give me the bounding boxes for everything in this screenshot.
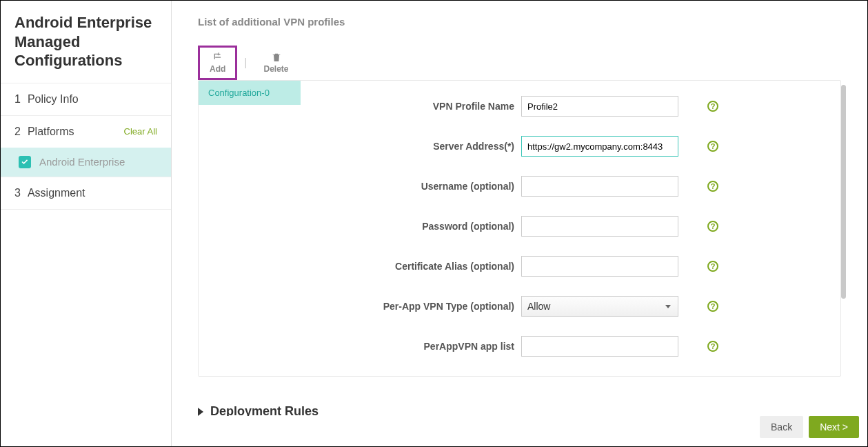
field-label: Per-App VPN Type (optional) [307, 301, 521, 312]
nav-num: 2 [14, 126, 21, 138]
main-panel: List of additional VPN profiles Add | De… [172, 1, 867, 446]
form-row-per-app-vpn-list: PerAppVPN app list ? [307, 326, 834, 366]
nav-label: Policy Info [28, 93, 79, 106]
nav-num: 1 [14, 93, 21, 106]
select-value: Allow [527, 301, 550, 312]
field-label: Server Address(*) [307, 141, 521, 152]
sidebar-title: Android Enterprise Managed Configuration… [1, 1, 171, 83]
cert-alias-input[interactable] [521, 256, 678, 277]
nav-sub-label: Android Enterprise [39, 156, 125, 168]
nav-num: 3 [14, 187, 21, 199]
help-icon[interactable]: ? [707, 341, 718, 352]
field-control: Allow [521, 296, 687, 317]
add-label: Add [210, 64, 225, 74]
per-app-vpn-list-input[interactable] [521, 336, 678, 357]
field-control [521, 176, 687, 197]
nav-item-policy-info[interactable]: 1 Policy Info [1, 83, 171, 115]
form-row-cert-alias: Certificate Alias (optional) ? [307, 246, 834, 286]
help-icon[interactable]: ? [707, 301, 718, 312]
content-area: List of additional VPN profiles Add | De… [172, 1, 867, 416]
nav-sub-android-enterprise[interactable]: Android Enterprise [1, 148, 171, 177]
add-button[interactable]: Add [198, 46, 237, 80]
vpn-profile-name-input[interactable] [521, 96, 678, 117]
form-row-password: Password (optional) ? [307, 206, 834, 246]
field-control [521, 216, 687, 237]
per-app-vpn-type-select[interactable]: Allow [521, 296, 678, 317]
field-control [521, 336, 687, 357]
config-panel: Configuration-0 VPN Profile Name ? Serve… [198, 80, 841, 377]
form-area: VPN Profile Name ? Server Address(*) ? U… [301, 81, 840, 376]
clear-all-link[interactable]: Clear All [124, 126, 157, 137]
deployment-rules-label: Deployment Rules [210, 404, 319, 416]
caret-right-icon [198, 408, 203, 416]
form-row-per-app-vpn-type: Per-App VPN Type (optional) Allow ? [307, 286, 834, 326]
nav-label: Platforms [28, 126, 74, 138]
trash-icon [271, 52, 282, 63]
field-label: Username (optional) [307, 181, 521, 192]
sidebar: Android Enterprise Managed Configuration… [1, 1, 172, 446]
next-button[interactable]: Next > [809, 416, 859, 438]
delete-button[interactable]: Delete [254, 48, 298, 78]
field-label: VPN Profile Name [307, 101, 521, 112]
toolbar: Add | Delete [198, 46, 841, 80]
field-label: Password (optional) [307, 221, 521, 232]
config-item[interactable]: Configuration-0 [199, 81, 301, 105]
deployment-rules-toggle[interactable]: Deployment Rules [198, 404, 841, 416]
help-icon[interactable]: ? [707, 181, 718, 192]
field-label: Certificate Alias (optional) [307, 261, 521, 272]
nav-label: Assignment [28, 187, 85, 199]
content-heading: List of additional VPN profiles [198, 16, 841, 28]
nav-item-platforms[interactable]: 2 Platforms Clear All [1, 115, 171, 148]
server-address-input[interactable] [521, 136, 678, 157]
help-icon[interactable]: ? [707, 101, 718, 112]
field-control [521, 136, 687, 157]
form-row-username: Username (optional) ? [307, 166, 834, 206]
help-icon[interactable]: ? [707, 261, 718, 272]
add-icon [212, 52, 223, 63]
checkbox-checked-icon [19, 156, 31, 168]
help-icon[interactable]: ? [707, 221, 718, 232]
chevron-down-icon [665, 305, 671, 308]
nav-item-assignment[interactable]: 3 Assignment [1, 177, 171, 210]
field-control [521, 96, 687, 117]
username-input[interactable] [521, 176, 678, 197]
field-label: PerAppVPN app list [307, 341, 521, 352]
back-button[interactable]: Back [760, 416, 803, 438]
field-control [521, 256, 687, 277]
delete-label: Delete [263, 64, 288, 74]
password-input[interactable] [521, 216, 678, 237]
help-icon[interactable]: ? [707, 141, 718, 152]
form-row-vpn-profile-name: VPN Profile Name ? [307, 86, 834, 126]
config-list: Configuration-0 [199, 81, 301, 376]
form-row-server-address: Server Address(*) ? [307, 126, 834, 166]
footer: Back Next > [172, 416, 867, 446]
toolbar-separator: | [244, 57, 247, 69]
scrollbar[interactable] [841, 85, 846, 299]
